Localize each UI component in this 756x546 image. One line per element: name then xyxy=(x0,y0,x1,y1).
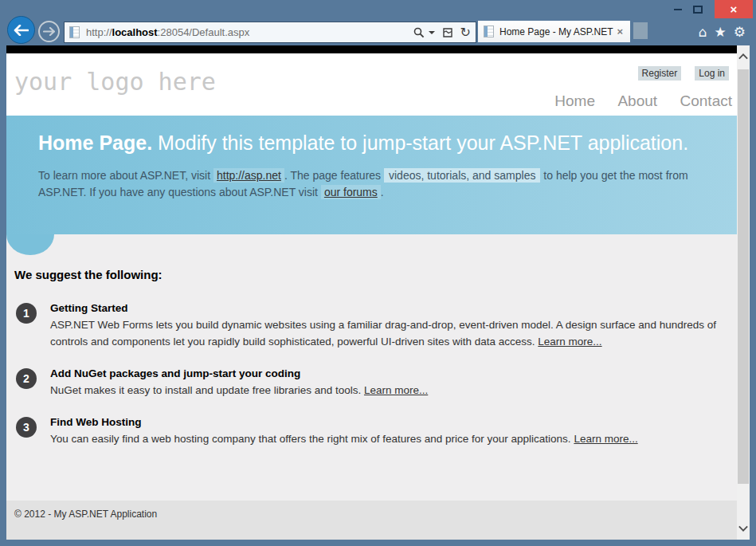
site-footer: © 2012 - My ASP.NET Application xyxy=(6,501,737,540)
hero-subtitle: Modify this template to jump-start your … xyxy=(152,132,688,154)
forums-link[interactable]: our forums xyxy=(321,185,381,199)
back-arrow-icon xyxy=(14,25,29,36)
home-icon[interactable]: ⌂ xyxy=(699,22,707,41)
hero-highlight: videos, tutorials, and samples xyxy=(384,168,540,183)
close-button[interactable]: × xyxy=(715,0,753,18)
learn-more-link[interactable]: Learn more... xyxy=(364,384,428,396)
refresh-icon[interactable]: ↻ xyxy=(460,26,471,39)
forward-arrow-icon xyxy=(43,27,55,36)
hero-paragraph: To learn more about ASP.NET, visit http:… xyxy=(38,167,705,201)
address-bar-icons: ↻ xyxy=(413,26,471,39)
maximize-icon xyxy=(693,6,703,14)
login-button[interactable]: Log in xyxy=(695,66,729,81)
scroll-down-button[interactable] xyxy=(737,517,750,540)
chevron-up-icon xyxy=(738,53,748,60)
list-number-badge: 3 xyxy=(16,417,37,438)
register-button[interactable]: Register xyxy=(638,66,682,81)
learn-more-link[interactable]: Learn more... xyxy=(538,336,601,348)
item-body: NuGet makes it easy to install and updat… xyxy=(50,382,729,399)
nav-item-home[interactable]: Home xyxy=(554,92,595,109)
scrollbar-thumb[interactable] xyxy=(738,69,749,484)
close-icon: × xyxy=(731,2,738,16)
browser-window: × http://localhost:28054/Default.aspx xyxy=(0,0,756,546)
list-item: 2 Add NuGet packages and jump-start your… xyxy=(14,367,729,399)
browser-toolbar: http://localhost:28054/Default.aspx ↻ Ho… xyxy=(0,20,756,45)
url-scheme: http:// xyxy=(86,26,112,38)
browser-tab[interactable]: Home Page - My ASP.NET ... × xyxy=(478,21,630,42)
item-text: ASP.NET Web Forms lets you build dynamic… xyxy=(50,319,716,348)
main-content: We suggest the following: 1 Getting Star… xyxy=(6,234,737,501)
featured-section: Home Page. Modify this template to jump-… xyxy=(6,116,737,234)
settings-gear-icon[interactable]: ⚙ xyxy=(734,22,746,41)
page-favicon xyxy=(69,26,80,38)
search-dropdown-icon[interactable] xyxy=(429,31,435,34)
address-bar[interactable]: http://localhost:28054/Default.aspx ↻ xyxy=(64,22,476,43)
url-path: :28054/Default.aspx xyxy=(158,26,250,38)
item-title: Add NuGet packages and jump-start your c… xyxy=(50,367,729,379)
window-controls: × xyxy=(668,0,753,18)
scroll-up-button[interactable] xyxy=(737,45,750,68)
compatibility-view-icon[interactable] xyxy=(442,27,453,38)
copyright-text: © 2012 - My ASP.NET Application xyxy=(14,509,157,520)
hero-text-1: To learn more about ASP.NET, visit xyxy=(38,169,213,182)
content-area: your logo here Register Log in Home Abou… xyxy=(6,45,750,540)
hero-title: Home Page. xyxy=(38,132,152,154)
title-bar[interactable]: × xyxy=(0,0,756,20)
learn-more-link[interactable]: Learn more... xyxy=(574,433,637,445)
list-item: 3 Find Web Hosting You can easily find a… xyxy=(14,416,729,447)
chevron-down-icon xyxy=(738,525,748,532)
item-text: You can easily find a web hosting compan… xyxy=(50,433,574,445)
favorites-star-icon[interactable]: ★ xyxy=(715,22,727,41)
hero-heading: Home Page. Modify this template to jump-… xyxy=(38,131,705,155)
list-number-badge: 2 xyxy=(16,368,37,389)
item-text: NuGet makes it easy to install and updat… xyxy=(50,384,364,396)
new-tab-button[interactable] xyxy=(633,22,648,39)
item-body: You can easily find a web hosting compan… xyxy=(50,430,729,447)
tab-favicon xyxy=(484,26,494,37)
item-title: Getting Started xyxy=(50,302,729,314)
auth-links: Register Log in xyxy=(638,66,729,81)
toolbar-right-icons: ⌂ ★ ⚙ xyxy=(699,22,746,41)
forward-button[interactable] xyxy=(38,21,60,42)
minimize-icon xyxy=(674,9,682,10)
url-input[interactable]: http://localhost:28054/Default.aspx xyxy=(86,26,413,38)
hero-text-4: . xyxy=(381,186,384,198)
maximize-button[interactable] xyxy=(687,0,708,18)
nav-item-about[interactable]: About xyxy=(617,92,657,109)
hero-text-2: . The page features xyxy=(284,169,384,182)
page-viewport: your logo here Register Log in Home Abou… xyxy=(6,45,737,540)
page-top-border xyxy=(6,45,737,53)
search-icon[interactable] xyxy=(413,27,425,38)
item-title: Find Web Hosting xyxy=(50,416,729,428)
tab-title: Home Page - My ASP.NET ... xyxy=(499,26,615,37)
item-body: ASP.NET Web Forms lets you build dynamic… xyxy=(50,316,729,350)
url-host: localhost xyxy=(112,26,158,38)
hero-accent-semicircle xyxy=(6,234,54,255)
list-number-badge: 1 xyxy=(16,303,37,324)
list-item: 1 Getting Started ASP.NET Web Forms lets… xyxy=(14,302,729,350)
vertical-scrollbar[interactable] xyxy=(737,45,750,540)
back-button[interactable] xyxy=(7,16,35,44)
nav-item-contact[interactable]: Contact xyxy=(680,92,732,109)
main-navigation: Home About Contact xyxy=(535,92,732,110)
aspnet-link[interactable]: http://asp.net xyxy=(213,168,284,183)
minimize-button[interactable] xyxy=(668,0,687,18)
site-logo-link[interactable]: your logo here xyxy=(14,68,216,96)
suggest-heading: We suggest the following: xyxy=(14,268,729,281)
tab-close-icon[interactable]: × xyxy=(615,26,625,37)
suggestion-list: 1 Getting Started ASP.NET Web Forms lets… xyxy=(14,302,729,447)
site-header: your logo here Register Log in Home Abou… xyxy=(6,53,737,116)
